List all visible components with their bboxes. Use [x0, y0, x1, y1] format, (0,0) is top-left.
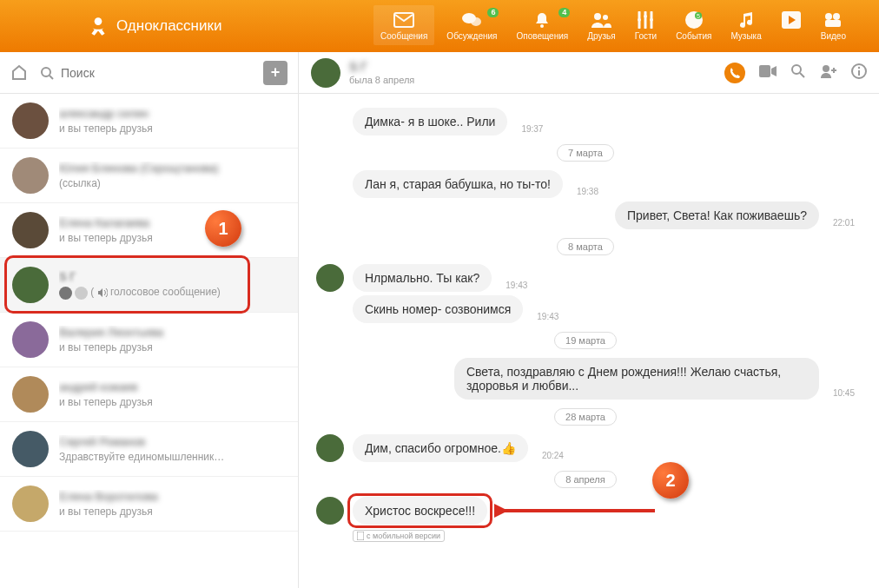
conversation-avatar[interactable] [311, 58, 340, 88]
svg-point-7 [638, 18, 641, 22]
message-row[interactable]: Нлрмально. Ты как?19:43 [316, 264, 855, 292]
conversation-status: была 8 апреля [349, 75, 414, 85]
chat-name: андрей кожаев [59, 380, 286, 393]
chat-row[interactable]: Валерия Леонтьеваи вы теперь друзья [0, 313, 298, 367]
bell-icon [532, 10, 552, 30]
chat-row[interactable]: Юлия Блинова (Скрощтанова)(ссылка) [0, 149, 298, 203]
search-input[interactable] [61, 66, 253, 80]
message-row[interactable]: Димка- я в шоке.. Рили19:37 [353, 108, 855, 135]
chat-name: Елена Воротилова [59, 490, 286, 503]
svg-rect-16 [825, 20, 841, 27]
brand-name: Одноклассники [116, 17, 221, 35]
nav-discussions[interactable]: 6 Обсуждения [446, 10, 497, 42]
chat-avatar [12, 321, 49, 358]
message-bubble[interactable]: Скинь номер- созвонимся [353, 295, 523, 323]
message-row[interactable]: Лан я, старая бабушка, но ты-то!19:38 [353, 170, 855, 198]
nav-music[interactable]: Музыка [730, 10, 761, 42]
sidebar-top: + [0, 52, 298, 94]
date-separator: 7 марта [316, 144, 855, 162]
conversation-actions [724, 63, 867, 83]
svg-point-5 [594, 13, 601, 20]
nav-messages[interactable]: Сообщения [373, 5, 434, 45]
video-call-button[interactable] [759, 65, 777, 81]
chat-sub: и вы теперь друзья [59, 122, 286, 135]
chat-row[interactable]: Елена Воротиловаи вы теперь друзья [0, 477, 298, 532]
add-participant-button[interactable] [820, 64, 837, 82]
top-nav: Одноклассники Сообщения 6 Обсуждения 4 О… [0, 0, 879, 52]
conversation-title[interactable]: S Г [349, 60, 414, 74]
message-bubble[interactable]: Дим, спасибо огромное.👍 [353, 434, 528, 462]
chat-name: Валерия Леонтьева [59, 326, 286, 339]
svg-point-3 [471, 17, 481, 26]
chat-sub: (ссылка) [59, 177, 286, 189]
svg-point-17 [42, 68, 50, 76]
svg-point-15 [833, 13, 840, 20]
date-separator: 19 марта [316, 332, 855, 349]
svg-rect-18 [759, 65, 770, 77]
message-row[interactable]: Дим, спасибо огромное.👍20:24 [316, 434, 855, 462]
chat-icon [461, 10, 482, 30]
message-time: 19:43 [537, 312, 558, 321]
chat-name: S Г [59, 270, 286, 283]
chat-row[interactable]: Сергей РомановЗдравствуйте единомышленни… [0, 422, 298, 477]
message-time: 19:38 [577, 187, 598, 196]
chat-sub: и вы теперь друзья [59, 341, 286, 353]
nav-events[interactable]: 5 События [676, 10, 711, 42]
svg-point-4 [540, 24, 544, 28]
date-separator: 8 апреля [316, 471, 855, 488]
chat-row[interactable]: андрей кожаеви вы теперь друзья [0, 367, 298, 422]
mobile-version-tag: с мобильной версии [353, 530, 445, 542]
chat-row[interactable]: александр силини вы теперь друзья [0, 94, 298, 149]
svg-rect-24 [357, 532, 364, 540]
guests-icon [635, 10, 656, 30]
chat-name: Юлия Блинова (Скрощтанова) [59, 162, 286, 175]
nav-guests[interactable]: Гости [635, 10, 657, 42]
music-icon [736, 10, 757, 30]
message-bubble[interactable]: Света, поздравляю с Днем рождения!!! Жел… [454, 358, 819, 400]
sidebar: + александр силини вы теперь друзьяЮлия … [0, 52, 299, 588]
message-row[interactable]: Привет, Света! Как поживаешь?22:01 [316, 202, 855, 229]
svg-point-0 [95, 17, 102, 25]
message-bubble[interactable]: Лан я, старая бабушка, но ты-то! [353, 170, 563, 198]
message-avatar [316, 497, 344, 525]
conversation-body[interactable]: Димка- я в шоке.. Рили19:377 мартаЛан я,… [299, 94, 879, 588]
chat-row[interactable]: Елена Калагаеваи вы теперь друзья [0, 203, 298, 258]
message-row[interactable]: Скинь номер- созвонимся19:43 [353, 295, 855, 323]
events-icon: 5 [684, 10, 704, 30]
search-in-chat-button[interactable] [790, 63, 806, 83]
nav-video-play[interactable] [781, 10, 802, 42]
chat-row[interactable]: S Г ( голосовое сообщение) [0, 258, 298, 313]
nav-alerts[interactable]: 4 Оповещения [516, 10, 568, 42]
topnav-items: Сообщения 6 Обсуждения 4 Оповещения Друз… [380, 10, 846, 42]
message-avatar [316, 434, 344, 462]
call-button[interactable] [724, 63, 745, 83]
nav-video[interactable]: Видео [821, 10, 846, 42]
message-row[interactable]: Света, поздравляю с Днем рождения!!! Жел… [316, 358, 855, 400]
nav-friends[interactable]: Друзья [587, 10, 615, 42]
chat-avatar [12, 376, 49, 413]
chat-name: александр силин [59, 107, 286, 120]
brand-logo[interactable]: Одноклассники [87, 15, 221, 37]
svg-point-8 [644, 15, 647, 18]
chat-avatar [12, 212, 49, 248]
message-bubble[interactable]: Привет, Света! Как поживаешь? [615, 202, 819, 229]
chat-list[interactable]: александр силини вы теперь друзьяЮлия Бл… [0, 94, 298, 588]
message-bubble[interactable]: Христос воскресе!!! [353, 497, 487, 525]
message-time: 20:24 [542, 451, 564, 460]
search-icon [40, 66, 54, 80]
home-button[interactable] [10, 63, 30, 83]
message-bubble[interactable]: Нлрмально. Ты как? [353, 264, 492, 292]
camera-icon [823, 10, 843, 30]
envelope-icon [393, 10, 414, 30]
chat-sub: и вы теперь друзья [59, 505, 286, 518]
new-chat-button[interactable]: + [263, 61, 287, 85]
message-bubble[interactable]: Димка- я в шоке.. Рили [353, 108, 507, 135]
message-time: 19:43 [506, 281, 527, 290]
chat-info-button[interactable] [851, 63, 867, 83]
chat-name: Елена Калагаева [59, 216, 286, 229]
svg-point-20 [823, 65, 829, 72]
message-row[interactable]: Христос воскресе!!! [316, 497, 855, 525]
svg-point-19 [792, 65, 801, 74]
chat-avatar [12, 486, 49, 522]
chat-sub: и вы теперь друзья [59, 396, 286, 408]
